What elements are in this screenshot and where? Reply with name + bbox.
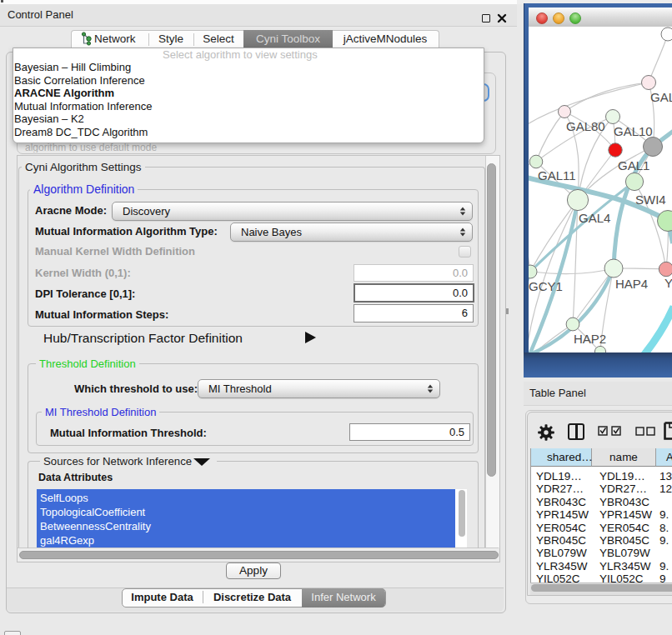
svg-text:HAP4: HAP4 [615, 277, 648, 291]
svg-text:GAL4: GAL4 [579, 211, 610, 225]
svg-text:GAL10: GAL10 [614, 124, 653, 138]
svg-text:SWI4: SWI4 [635, 192, 666, 207]
svg-text:HAP2: HAP2 [574, 332, 606, 346]
svg-text:GAL11: GAL11 [538, 168, 576, 182]
svg-text:GCY1: GCY1 [529, 279, 563, 293]
svg-text:Y: Y [664, 276, 672, 290]
svg-text:GAL: GAL [650, 90, 672, 104]
svg-text:GAL1: GAL1 [618, 158, 649, 172]
svg-text:GAL80: GAL80 [566, 119, 605, 133]
